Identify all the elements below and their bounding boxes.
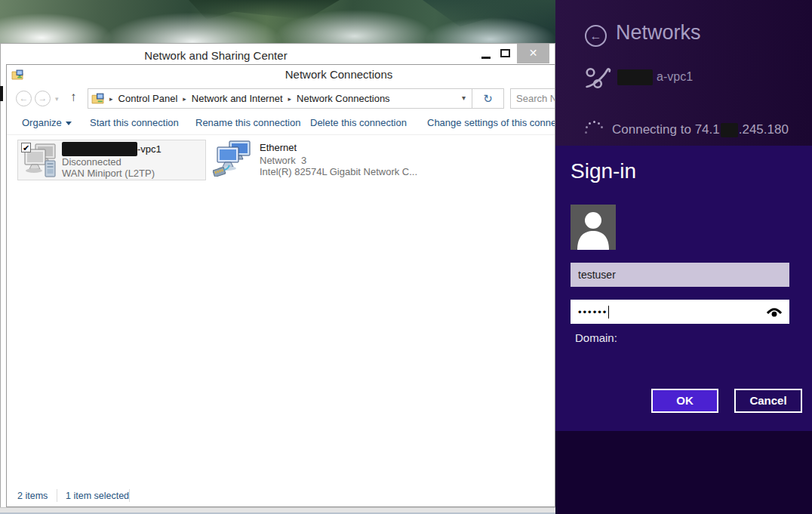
vpn-icon [584, 63, 613, 91]
breadcrumb-network-connections[interactable]: Network Connections [297, 93, 390, 104]
back-button[interactable]: ← [585, 25, 607, 47]
nav-up-button[interactable]: ↑ [70, 90, 77, 105]
networks-charm-panel: ← Networks a-vpc1 [555, 0, 812, 514]
vpn-name: a-vpc1 [657, 70, 693, 84]
redaction-box [617, 69, 653, 85]
organize-menu[interactable]: Organize [22, 117, 72, 128]
connecting-text: .245.180 [739, 122, 789, 137]
window-edge-fragment [0, 86, 3, 101]
connecting-text: Connecting to 74.1 [612, 122, 720, 137]
item-checkbox[interactable]: ✔ [21, 143, 31, 152]
list-item-ethernet[interactable]: Ethernet Network 3 Intel(R) 82574L Gigab… [210, 140, 398, 180]
delete-connection-button[interactable]: Delete this connection [310, 117, 407, 128]
minimize-button[interactable] [481, 57, 491, 59]
nav-forward-button[interactable]: → [35, 91, 51, 106]
ok-button[interactable]: OK [651, 389, 718, 413]
password-masked-value: •••••• [578, 306, 607, 318]
maximize-button[interactable] [500, 49, 510, 57]
connecting-status-row: Connecting to 74.1.245.180 [584, 120, 789, 140]
window-title: Network and Sharing Center [114, 49, 318, 62]
avatar [571, 205, 616, 250]
nav-back-button[interactable]: ← [16, 91, 32, 106]
ethernet-icon [213, 140, 252, 177]
rename-connection-button[interactable]: Rename this connection [195, 117, 300, 128]
refresh-button[interactable]: ↻ [472, 88, 504, 109]
mountain-ridge [423, 0, 555, 30]
redaction-box [721, 123, 738, 137]
chevron-down-icon [66, 122, 72, 125]
command-bar: Organize Start this connection Rename th… [7, 112, 555, 135]
progress-spinner-icon [584, 120, 604, 140]
divider [129, 489, 130, 502]
divider [57, 489, 57, 502]
address-bar[interactable]: ▸ Control Panel ▸ Network and Internet ▸… [88, 88, 472, 109]
window-network-connections: Network Connections ← → ▾ ↑ ▸ Control Pa… [6, 64, 555, 507]
password-field[interactable]: •••••• [571, 300, 789, 324]
network-connections-icon [11, 69, 23, 81]
signin-section: Sign-in •••••• Domain: OK Cancel [555, 146, 812, 431]
screen: Network and Sharing Center ✕ Network Con… [0, 0, 812, 514]
item-name: -vpc1 [137, 143, 161, 155]
domain-label: Domain: [575, 331, 617, 344]
search-input[interactable]: Search Network Connections [510, 88, 555, 109]
start-connection-button[interactable]: Start this connection [90, 117, 179, 128]
panel-title: Networks [616, 21, 701, 45]
desktop-wallpaper [0, 0, 555, 43]
breadcrumb-network-and-internet[interactable]: Network and Internet [192, 93, 283, 104]
item-status: Disconnected [62, 156, 121, 168]
password-reveal-eye-icon[interactable] [766, 306, 783, 318]
text-caret [608, 306, 609, 319]
item-count: 2 items [17, 491, 48, 501]
breadcrumb-control-panel[interactable]: Control Panel [118, 93, 178, 104]
address-location-icon [91, 92, 104, 105]
window-bottom-edge [0, 507, 555, 514]
item-status: Network 3 [260, 155, 306, 166]
crumb-separator-icon: ▸ [283, 95, 297, 103]
signin-title: Sign-in [571, 159, 636, 183]
list-item-vpn-connection[interactable]: ✔ -vpc1 Disconnected WAN Miniport (L2TP) [17, 140, 206, 180]
address-dropdown-icon[interactable]: ▾ [462, 94, 466, 102]
selection-count: 1 item selected [66, 491, 129, 501]
change-settings-button[interactable]: Change settings of this connection [427, 117, 555, 128]
redaction-box [62, 142, 137, 156]
mountain-ridge [189, 0, 340, 20]
vpn-network-row[interactable]: a-vpc1 [584, 63, 693, 91]
item-name-row: -vpc1 [62, 142, 161, 156]
crumb-separator-icon: ▸ [177, 95, 192, 103]
window-title: Network Connections [233, 68, 444, 81]
item-name: Ethernet [260, 142, 297, 153]
status-bar: 2 items 1 item selected [7, 485, 555, 507]
item-device: Intel(R) 82574L Gigabit Network C... [260, 166, 417, 177]
panel-footer [555, 431, 812, 514]
item-device: WAN Miniport (L2TP) [62, 168, 155, 179]
close-button[interactable]: ✕ [517, 44, 549, 63]
username-field[interactable] [571, 263, 789, 287]
crumb-separator-icon: ▸ [104, 95, 118, 103]
cancel-button[interactable]: Cancel [734, 389, 802, 413]
nav-history-chevron-icon[interactable]: ▾ [55, 95, 59, 103]
networks-header-section: ← Networks a-vpc1 [555, 0, 812, 146]
